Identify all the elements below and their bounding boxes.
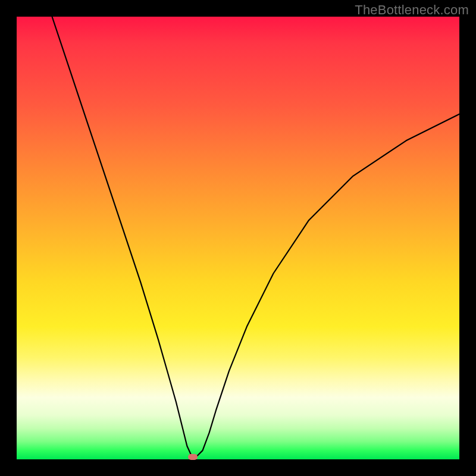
bottleneck-curve: [17, 17, 459, 459]
plot-area: [17, 17, 459, 459]
chart-frame: TheBottleneck.com: [0, 0, 476, 476]
watermark-text: TheBottleneck.com: [355, 2, 469, 18]
min-marker: [188, 454, 198, 460]
